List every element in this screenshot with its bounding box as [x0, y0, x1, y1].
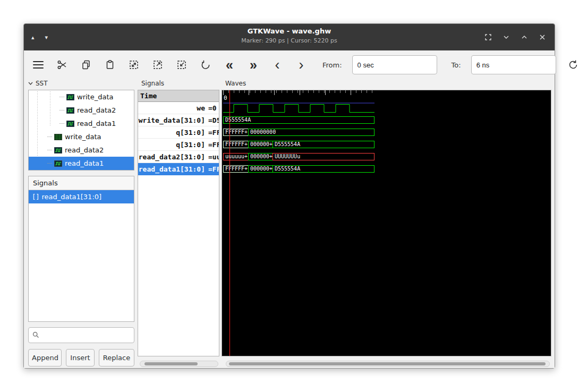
sst-item-label: write_data — [77, 93, 113, 101]
signal-value: =FF — [208, 165, 219, 173]
toolbar: « » ‹ › From: To: — [24, 50, 555, 79]
timeline-ruler[interactable]: 0 — [222, 90, 551, 102]
paste-button[interactable] — [103, 57, 117, 73]
zoom-fit-button[interactable] — [127, 57, 141, 73]
signal-names-panel[interactable]: Time we=0write_data[31:0]=D5q[31:0]=FFq[… — [138, 90, 219, 356]
sst-tree[interactable]: write_dataread_data2read_data1write_data… — [28, 90, 134, 171]
cut-button[interactable] — [55, 57, 69, 73]
signal-name: we — [197, 104, 205, 112]
waves-horizontal-scrollbar[interactable] — [226, 361, 550, 367]
shift-right-button[interactable]: › — [294, 57, 308, 73]
undo-button[interactable] — [199, 57, 212, 73]
copy-button[interactable] — [79, 57, 93, 73]
sst-item-read_data1[interactable]: read_data1 — [29, 157, 134, 170]
insert-button[interactable]: Insert — [66, 349, 95, 367]
shift-left-button[interactable]: ‹ — [270, 57, 284, 73]
sst-item-label: read_data2 — [77, 106, 116, 114]
menu-button[interactable] — [31, 57, 45, 73]
skip-to-end-icon: » — [250, 59, 257, 70]
sst-item-read_data1[interactable]: read_data1 — [29, 117, 134, 130]
scissors-icon — [56, 59, 68, 71]
zoom-in-icon — [152, 59, 164, 71]
search-icon — [32, 331, 39, 338]
chevron-left-icon: ‹ — [275, 59, 280, 70]
signal-search-box[interactable]: Signals []read_data1[31:0] — [28, 176, 134, 322]
signal-wave-icon — [54, 160, 62, 167]
marker-line[interactable] — [229, 90, 230, 356]
wave-row-read_data2: uuuuuu+000000+UUUUUUUu — [222, 151, 551, 163]
signal-name: q[31:0] — [176, 141, 205, 149]
bus-value-segment: FFFFFF+ — [223, 165, 248, 173]
append-button[interactable]: Append — [28, 349, 62, 367]
signal-row-write_data[31:0][interactable]: write_data[31:0]=D5 — [138, 114, 219, 126]
window-title: GTKWave - wave.ghw — [24, 27, 555, 35]
waves-canvas[interactable]: 0 D555554AFFFFFF+00000000FFFFFF+000000+D… — [222, 90, 551, 356]
signal-row-read_data2[31:0][interactable]: read_data2[31:0]=uu — [138, 151, 219, 163]
signal-value: =FF — [208, 141, 219, 149]
to-label: To: — [452, 61, 461, 69]
from-input[interactable] — [352, 55, 437, 74]
signal-row-q[31:0][interactable]: q[31:0]=FF — [138, 139, 219, 151]
zoom-to-end-button[interactable]: » — [246, 57, 260, 73]
wave-row-read_data1: FFFFFF+000000+D555554A — [222, 163, 551, 175]
refresh-icon — [567, 59, 579, 71]
signals-panel-label: Signals — [140, 80, 166, 87]
sst-item-read_data2[interactable]: read_data2 — [29, 104, 134, 117]
replace-button[interactable]: Replace — [99, 349, 134, 367]
signals-horizontal-scrollbar[interactable] — [140, 361, 218, 367]
reload-button[interactable] — [566, 57, 579, 73]
signal-wave-icon — [66, 121, 74, 127]
zoom-out-button[interactable] — [175, 57, 189, 73]
bus-value-segment: FFFFFF+ — [223, 141, 248, 148]
zoom-in-button[interactable] — [151, 57, 165, 73]
signal-row-q[31:0][interactable]: q[31:0]=FF — [138, 126, 219, 139]
bus-value-segment: uuuuuu+ — [223, 153, 248, 160]
sst-item-read_data2[interactable]: read_data2 — [29, 143, 134, 157]
skip-to-start-icon: « — [226, 59, 233, 70]
from-label: From: — [322, 61, 342, 69]
undo-arrow-icon — [200, 59, 211, 71]
chevron-up-icon[interactable] — [520, 32, 529, 42]
bus-value-segment: D555554A — [273, 165, 374, 173]
bus-value-segment: D555554A — [223, 116, 374, 124]
zoom-to-start-button[interactable]: « — [223, 57, 236, 73]
gtkwave-window: ▴ ▾ GTKWave - wave.ghw Marker: 290 ps | … — [23, 23, 555, 369]
wave-row-q-2: FFFFFF+000000+D555554A — [222, 139, 551, 151]
timeline-zero-label: 0 — [224, 95, 227, 101]
close-icon[interactable] — [538, 32, 547, 42]
wave-row-q-1: FFFFFF+00000000 — [222, 126, 551, 139]
window-subtitle: Marker: 290 ps | Cursor: 5220 ps — [24, 37, 555, 44]
sst-item-label: read_data2 — [65, 146, 104, 154]
expander-chevron-icon — [28, 82, 33, 85]
signal-row-read_data1[31:0][interactable]: read_data1[31:0]=FF — [138, 163, 219, 175]
sst-item-label: read_data1 — [65, 159, 104, 167]
titlebar[interactable]: ▴ ▾ GTKWave - wave.ghw Marker: 290 ps | … — [24, 24, 555, 50]
to-input[interactable] — [471, 55, 556, 74]
sst-item-label: read_data1 — [77, 120, 116, 127]
signal-value: =uu — [208, 153, 219, 161]
wave-row-write_data: D555554A — [222, 114, 551, 126]
clipboard-icon — [104, 59, 116, 71]
sst-tree-header[interactable]: SST — [28, 80, 48, 87]
bus-value-segment: D555554A — [273, 141, 374, 148]
signal-dark-icon — [54, 134, 62, 140]
content-area: SST write_dataread_data2read_data1write_… — [24, 79, 555, 368]
signal-value: =D5 — [208, 116, 219, 124]
search-input[interactable] — [28, 327, 134, 343]
signal-name: read_data1[31:0] — [139, 165, 205, 173]
sst-item-write_data[interactable]: write_data — [29, 90, 134, 104]
scrollbar-thumb[interactable] — [144, 362, 198, 365]
scrollbar-thumb[interactable] — [229, 362, 546, 365]
sst-item-write_data[interactable]: write_data — [29, 130, 134, 143]
time-row[interactable]: Time — [138, 90, 219, 102]
copy-icon — [80, 59, 92, 71]
chevron-right-icon: › — [299, 59, 304, 70]
hamburger-icon — [33, 61, 44, 69]
signal-wave-icon — [66, 94, 74, 100]
signal-name: read_data2[31:0] — [139, 153, 205, 161]
signals-list-item-read_data1[31:0][interactable]: []read_data1[31:0] — [29, 190, 134, 203]
signal-row-we[interactable]: we=0 — [138, 102, 219, 114]
fit-window-icon[interactable] — [483, 32, 493, 42]
sst-label: SST — [36, 80, 48, 87]
chevron-down-icon[interactable] — [501, 32, 511, 42]
